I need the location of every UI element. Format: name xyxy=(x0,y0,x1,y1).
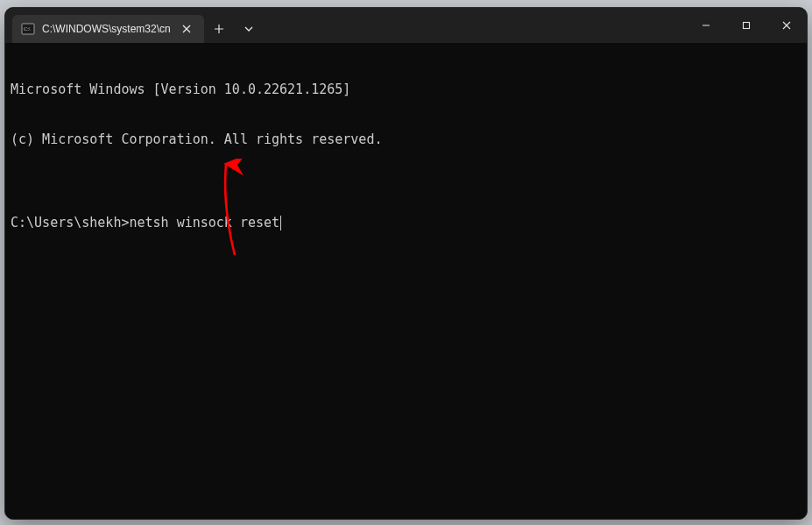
terminal-body[interactable]: Microsoft Windows [Version 10.0.22621.12… xyxy=(5,43,807,519)
terminal-line: (c) Microsoft Corporation. All rights re… xyxy=(11,131,803,148)
tab-close-button[interactable] xyxy=(178,20,195,38)
titlebar[interactable]: C:\ C:\WINDOWS\system32\cn xyxy=(5,8,807,43)
desktop: C:\ C:\WINDOWS\system32\cn xyxy=(0,0,812,525)
terminal-window: C:\ C:\WINDOWS\system32\cn xyxy=(4,7,808,520)
close-icon xyxy=(782,21,791,30)
terminal-line: Microsoft Windows [Version 10.0.22621.12… xyxy=(11,82,803,98)
new-tab-button[interactable] xyxy=(204,15,234,43)
chevron-down-icon xyxy=(244,25,253,33)
tab-strip: C:\ C:\WINDOWS\system32\cn xyxy=(5,8,264,43)
svg-rect-7 xyxy=(744,23,750,29)
minimize-button[interactable] xyxy=(686,8,726,43)
minimize-icon xyxy=(702,21,710,30)
plus-icon xyxy=(214,24,224,34)
maximize-button[interactable] xyxy=(726,8,766,43)
command-text: netsh winsock reset xyxy=(129,215,279,231)
maximize-icon xyxy=(742,21,751,30)
tab-active[interactable]: C:\ C:\WINDOWS\system32\cn xyxy=(12,15,204,43)
text-cursor xyxy=(280,216,281,231)
window-controls xyxy=(686,8,807,43)
titlebar-drag-region[interactable] xyxy=(264,8,686,43)
prompt-path: C:\Users\shekh> xyxy=(11,215,129,231)
tab-title: C:\WINDOWS\system32\cn xyxy=(42,23,171,35)
svg-text:C:\: C:\ xyxy=(24,26,31,32)
annotation-arrow xyxy=(214,159,249,264)
tab-dropdown-button[interactable] xyxy=(234,15,264,43)
close-button[interactable] xyxy=(766,8,807,43)
close-icon xyxy=(182,25,191,33)
cmd-icon: C:\ xyxy=(21,22,35,36)
